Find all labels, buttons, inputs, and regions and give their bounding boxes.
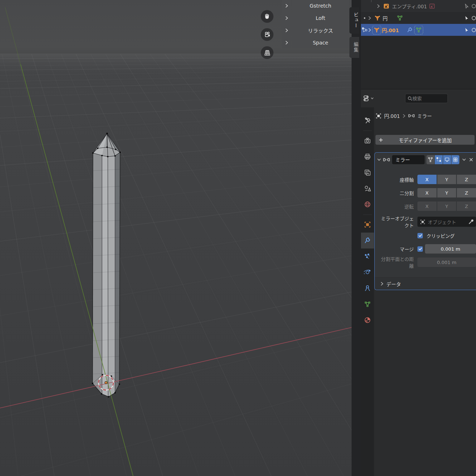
outliner-row-empty001[interactable]: エンプティ.001	[361, 0, 476, 12]
extras-chevron-icon[interactable]	[462, 158, 466, 161]
outliner[interactable]: エンプティ.001	[361, 0, 476, 89]
object-name[interactable]: 円	[383, 14, 388, 22]
sidebar-tab-view[interactable]: ビュー	[349, 7, 359, 34]
visibility-icon[interactable]	[471, 27, 476, 33]
sidebar-tab-edit[interactable]: 編集	[349, 37, 359, 58]
add-modifier-button[interactable]: モディファイアーを追加	[375, 135, 475, 145]
properties-editor-icon	[363, 94, 371, 102]
sidebar-gutter: ビュー 編集	[352, 0, 361, 476]
breadcrumb-object[interactable]: 円.001	[384, 112, 400, 119]
data-subpanel-header[interactable]: データ	[375, 277, 476, 290]
add-modifier-label: モディファイアーを追加	[383, 136, 475, 144]
close-icon[interactable]	[469, 158, 473, 162]
object-icon	[375, 113, 382, 119]
right-column: エンプティ.001	[361, 0, 476, 476]
selectable-arrow-icon[interactable]	[464, 27, 469, 33]
bisect-row: 二分割 X Y Z	[378, 188, 476, 197]
chevron-right-icon[interactable]	[368, 16, 371, 20]
selectable-arrow-icon[interactable]	[464, 4, 469, 9]
pencil-mesh[interactable]	[92, 133, 121, 398]
tab-modifier-active[interactable]	[361, 233, 374, 248]
toggle-realtime[interactable]	[443, 155, 451, 164]
tab-particles[interactable]	[361, 248, 374, 264]
tab-physics[interactable]	[361, 264, 374, 280]
search-box[interactable]	[405, 94, 448, 103]
subpanel-label[interactable]: リラックス	[292, 24, 349, 36]
tab-object[interactable]	[361, 217, 374, 233]
modifier-name-field[interactable]: ミラー	[392, 155, 425, 164]
bisect-x-button[interactable]: X	[417, 188, 437, 197]
mirror-modifier-icon	[383, 157, 390, 163]
visibility-icon[interactable]	[471, 4, 476, 9]
modifier-wrench-icon	[407, 27, 413, 33]
mesh-object-icon	[374, 14, 381, 21]
merge-value-field[interactable]: 0.001 m	[425, 244, 476, 254]
bisect-distance-label: 分割平面との距離	[378, 255, 417, 269]
chevron-right-icon[interactable]	[368, 28, 371, 32]
eyedropper-icon[interactable]	[468, 219, 473, 224]
mesh-data-icon	[396, 14, 403, 21]
subpanel-space[interactable]: Space	[282, 37, 349, 48]
modifier-body: 座標軸 X Y Z 二分割 X Y Z	[375, 166, 476, 267]
tab-constraints[interactable]	[361, 280, 374, 296]
chevron-right-icon[interactable]	[282, 12, 292, 24]
properties-tab-strip	[361, 107, 374, 476]
tab-view-layer[interactable]	[361, 165, 374, 180]
axis-y-button[interactable]: Y	[437, 175, 456, 184]
viewport-scene	[0, 0, 361, 476]
tab-output[interactable]	[361, 149, 374, 165]
flip-x-button: X	[417, 201, 437, 211]
toggle-edit-mode[interactable]	[435, 155, 443, 164]
active-object-name[interactable]: 円.001	[382, 26, 399, 34]
plus-icon	[379, 138, 383, 142]
outliner-row-circle[interactable]: 円	[361, 12, 476, 24]
edit-mode-indicator-icon	[362, 27, 367, 33]
chevron-down-icon	[371, 97, 374, 99]
pan-hand-icon[interactable]	[261, 10, 273, 23]
editor-type-button[interactable]	[363, 94, 374, 103]
clipping-row: クリッピング	[378, 231, 476, 240]
display-toggle-group	[426, 155, 459, 164]
merge-checkbox[interactable]	[417, 246, 423, 252]
tab-material[interactable]	[361, 312, 374, 328]
tab-object-data[interactable]	[361, 296, 374, 312]
subpanel-loft[interactable]: Loft	[282, 12, 349, 24]
viewport-3d[interactable]: Gstretch Loft リラックス Space	[0, 0, 361, 476]
tab-render[interactable]	[361, 133, 374, 149]
mesh-data-icon	[415, 26, 422, 33]
axis-z-button[interactable]: Z	[457, 175, 476, 184]
chevron-right-icon[interactable]	[282, 37, 292, 48]
subpanel-relax[interactable]: リラックス	[282, 24, 349, 36]
mesh-object-icon	[373, 26, 380, 33]
mode-dot-icon	[364, 17, 365, 19]
subpanel-label[interactable]: Space	[292, 37, 349, 48]
bisect-z-button[interactable]: Z	[457, 188, 476, 197]
selectable-arrow-icon[interactable]	[464, 16, 469, 21]
flip-z-button: Z	[457, 201, 476, 211]
mirror-object-placeholder: オブジェクト	[428, 218, 468, 225]
properties-editor: 円.001 ミラー モディファイアーを追加	[361, 89, 476, 476]
tab-scene[interactable]	[361, 180, 374, 196]
subpanel-gstretch[interactable]: Gstretch	[282, 0, 349, 12]
object-name[interactable]: エンプティ.001	[392, 3, 427, 10]
chevron-right-icon[interactable]	[282, 24, 292, 36]
search-input[interactable]	[412, 96, 441, 101]
toggle-render[interactable]	[451, 155, 459, 164]
chevron-right-icon[interactable]	[377, 4, 380, 8]
orthographic-grid-icon[interactable]	[261, 46, 273, 59]
axis-x-button[interactable]: X	[417, 175, 437, 184]
chevron-right-icon[interactable]	[282, 0, 292, 12]
breadcrumb-modifier[interactable]: ミラー	[417, 112, 432, 119]
clipping-checkbox[interactable]	[417, 233, 423, 238]
mirror-object-field[interactable]: オブジェクト	[417, 217, 476, 227]
subpanel-label[interactable]: Gstretch	[292, 0, 349, 12]
visibility-icon[interactable]	[471, 16, 476, 21]
subpanel-label[interactable]: Loft	[292, 12, 349, 24]
camera-view-icon[interactable]	[261, 28, 273, 41]
tab-tool[interactable]	[361, 112, 374, 128]
bisect-y-button[interactable]: Y	[437, 188, 456, 197]
outliner-row-circle001-selected[interactable]: 円.001	[361, 24, 476, 36]
toggle-on-cage[interactable]	[426, 155, 434, 164]
chevron-down-icon[interactable]	[377, 158, 381, 161]
tab-world[interactable]	[361, 196, 374, 212]
